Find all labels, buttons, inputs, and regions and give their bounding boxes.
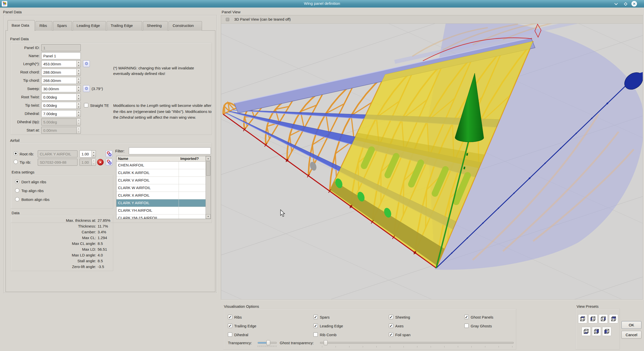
radio-top-align-ribs[interactable] [15, 188, 19, 193]
view-preset-left-button[interactable] [588, 314, 597, 323]
airfoil-row-clark-ym-15-airfoil[interactable]: CLARK YM-15 AIRFOIL [116, 214, 206, 219]
gear-icon: ⚙ [85, 86, 88, 91]
airfoil-row-clark-x-airfoil[interactable]: CLARK X AIRFOIL [116, 192, 206, 199]
scroll-up-icon[interactable]: ▲ [206, 156, 211, 161]
tip-rib-link-button[interactable] [106, 159, 112, 165]
cube-back-top-icon [610, 316, 617, 322]
tip-rib-scale-stepper[interactable]: 1.00 ▲▼ [79, 159, 96, 166]
vis-checkbox-sheeting[interactable]: ✓ [389, 315, 393, 319]
tab-spars[interactable]: Spars [53, 21, 72, 31]
vis-checkbox-foil-span[interactable]: ✓ [389, 332, 393, 337]
close-icon[interactable]: ✕ [631, 1, 637, 7]
cancel-button[interactable]: Cancel [621, 331, 641, 339]
airfoil-row-clark-w-airfoil[interactable]: CLARK W AIRFOIL [116, 184, 206, 192]
field-label: Tip twist: [9, 103, 40, 107]
tab-trailing-edge[interactable]: Trailing Edge [107, 21, 142, 31]
radio-bottom-align-ribs[interactable] [15, 197, 19, 201]
view-preset-front-right-button[interactable] [592, 327, 601, 336]
tab-leading-edge[interactable]: Leading Edge [73, 21, 106, 31]
root-rib-link-button[interactable] [106, 150, 112, 157]
vis-checkbox-spars[interactable]: ✓ [313, 315, 318, 319]
airfoil-row-chen-airfoil[interactable]: CHEN AIRFOIL [116, 162, 206, 169]
maximize-icon[interactable] [623, 1, 628, 7]
data-row-label: Zero-lift angle: [13, 265, 96, 269]
data-row-value: 8.5 [98, 241, 103, 246]
airfoil-row-clark-y-airfoil[interactable]: CLARK Y AIRFOIL [116, 199, 206, 207]
vis-checkbox-ribs[interactable]: ✓ [228, 315, 232, 319]
visualisation-options-label: Visualisation Options [224, 304, 259, 309]
chain-link-icon [107, 151, 112, 156]
airfoil-row-clark-k-airfoil[interactable]: CLARK K AIRFOIL [116, 169, 206, 177]
vis-checkbox-axes[interactable]: ✓ [389, 324, 393, 328]
airfoil-row-clark-v-airfoil[interactable]: CLARK V AIRFOIL [116, 177, 206, 184]
scroll-down-icon[interactable]: ▼ [206, 214, 211, 219]
tab-base-data[interactable]: Base Data [8, 20, 35, 31]
field-name-[interactable]: Panel 1 [41, 52, 81, 59]
view-preset-right-button[interactable] [599, 314, 608, 323]
table-scrollbar[interactable]: ▲ ▼ [206, 156, 211, 219]
field-root-twist-[interactable]: 0.00deg▲▼ [41, 94, 81, 101]
modifications-help-text: Modifications to the Length setting will… [113, 103, 213, 120]
view-title: 3D Panel View (can be teared off) [234, 17, 291, 21]
straight-te-checkbox[interactable] [84, 103, 88, 107]
chain-link-icon [107, 160, 112, 165]
radio-don-t-align-ribs[interactable] [15, 180, 19, 184]
filter-label: Filter: [115, 149, 125, 153]
view-preset-back-top-button[interactable] [609, 314, 618, 323]
field-length-----gear-button[interactable]: ⚙ [83, 60, 90, 67]
airfoil-table-header[interactable]: Name Imported? [116, 156, 206, 162]
vis-checkbox-dihedral[interactable] [228, 332, 232, 337]
vis-checkbox-leading-edge[interactable]: ✓ [313, 324, 318, 328]
view-preset-front-left-button[interactable] [602, 327, 611, 336]
ok-button[interactable]: OK [621, 321, 641, 329]
cube-bottom-icon [583, 328, 589, 335]
vis-checkbox-gray-ghosts[interactable] [464, 324, 469, 328]
tab-ribs[interactable]: Ribs [35, 21, 52, 31]
panel-data-group-label: Panel Data [10, 37, 29, 41]
field-dihedral-[interactable]: 7.00deg▲▼ [41, 110, 81, 117]
tip-rib-clear-button[interactable]: ✕ [97, 159, 104, 165]
tip-rib-label: Tip rib: [20, 160, 31, 164]
field-sweep-[interactable]: 30.00mm▲▼ [41, 85, 81, 92]
column-header-name: Name [116, 156, 179, 161]
root-rib-scale-stepper[interactable]: 1.00 ▲▼ [79, 150, 96, 157]
field-panel-id-[interactable]: 1 [41, 44, 81, 51]
radio-label: Top align ribs [21, 189, 44, 193]
field-tip-twist-[interactable]: 0.00deg▲▼ [41, 102, 81, 109]
field-start-at-[interactable]: 0.00mm▲▼ [41, 127, 81, 134]
tip-rib-field[interactable]: SD7032-099-88 [38, 159, 77, 166]
vis-label: Ghost Panels [471, 315, 493, 319]
tab-construction[interactable]: Construction [169, 21, 202, 31]
minimize-icon[interactable] [613, 1, 619, 7]
tip-rib-radio[interactable] [14, 160, 18, 164]
view-preset-top-button[interactable] [578, 314, 587, 323]
transparency-label: Transparency: [228, 341, 252, 345]
field-length----[interactable]: 453.00mm▲▼ [41, 60, 81, 67]
viewport-3d[interactable] [221, 24, 643, 299]
field-sweep--gear-button[interactable]: ⚙ [83, 85, 90, 92]
root-rib-radio[interactable] [14, 151, 18, 156]
filter-input[interactable] [129, 147, 211, 154]
field-label: Length(*): [9, 62, 40, 66]
vis-checkbox-trailing-edge[interactable]: ✓ [228, 324, 232, 328]
airfoil-row-clark-yh-airfoil[interactable]: CLARK YH AIRFOIL [116, 207, 206, 214]
vis-checkbox-rib-comb[interactable] [313, 332, 318, 337]
ghost-transparency-slider[interactable] [320, 340, 514, 345]
transparency-slider[interactable] [258, 340, 277, 345]
tear-off-icon[interactable] [226, 18, 229, 21]
view-preset-bottom-button[interactable] [582, 327, 591, 336]
root-rib-field[interactable]: CLARK Y AIRFOIL [38, 150, 77, 157]
field-tip-chord-[interactable]: 268.00mm▲▼ [41, 77, 81, 84]
titlebar[interactable]: Wing panel definition ✕ [0, 0, 644, 8]
field-label: Panel ID: [9, 46, 40, 50]
vis-checkbox-ghost-panels[interactable]: ✓ [464, 315, 469, 319]
data-row-label: Stall angle: [13, 259, 96, 263]
tab-sheeting[interactable]: Sheeting [143, 21, 168, 31]
scrollbar-thumb[interactable] [206, 161, 210, 176]
data-row-value: -3.5 [98, 265, 104, 269]
airfoil-table[interactable]: Name Imported? CHEN AIRFOILCLARK K AIRFO… [116, 156, 211, 219]
data-row-value: 8.5 [98, 259, 103, 263]
field-dihedral--tip--[interactable]: 5.00deg▲▼ [41, 118, 81, 125]
field-root-chord-[interactable]: 288.00mm▲▼ [41, 69, 81, 76]
wing-3d-scene [221, 24, 643, 299]
